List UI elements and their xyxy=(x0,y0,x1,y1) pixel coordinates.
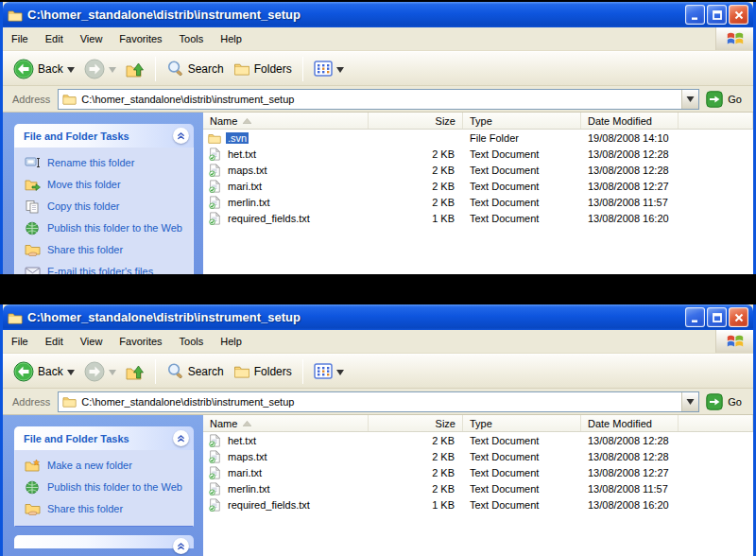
column-header-name[interactable]: Name xyxy=(203,415,369,431)
next-panel-header[interactable] xyxy=(14,535,194,548)
column-header-size[interactable]: Size xyxy=(369,113,463,129)
back-dropdown-icon[interactable] xyxy=(67,365,75,378)
menu-help[interactable]: Help xyxy=(212,27,250,50)
file-row[interactable]: maps.txt 2 KB Text Document 13/08/2008 1… xyxy=(203,162,753,178)
file-row[interactable]: merlin.txt 2 KB Text Document 13/08/2008… xyxy=(203,194,753,210)
tasks-panel-body: Make a new folder Publish this folder to… xyxy=(14,450,194,527)
task-label: Share this folder xyxy=(47,503,123,516)
close-button[interactable] xyxy=(729,5,748,25)
tasks-panel-title: File and Folder Tasks xyxy=(24,433,129,444)
chevron-down-icon xyxy=(686,399,695,405)
task-label: Make a new folder xyxy=(47,460,132,473)
close-button[interactable] xyxy=(729,307,748,327)
minimize-icon xyxy=(690,9,701,21)
task-email-files[interactable]: E-mail this folder's files xyxy=(25,266,187,274)
address-bar: Address C:\homer_standalone\distrib\inst… xyxy=(3,86,753,113)
back-button[interactable]: Back xyxy=(9,57,78,81)
file-row[interactable]: het.txt 2 KB Text Document 13/08/2008 12… xyxy=(203,432,753,448)
column-header-type[interactable]: Type xyxy=(463,415,581,431)
task-copy-folder[interactable]: Copy this folder xyxy=(25,200,187,214)
tasks-panel-header[interactable]: File and Folder Tasks xyxy=(14,426,194,450)
title-bar[interactable]: C:\homer_standalone\distrib\instrument_s… xyxy=(3,304,753,330)
column-header-date[interactable]: Date Modified xyxy=(581,113,679,129)
task-publish-folder[interactable]: Publish this folder to the Web xyxy=(25,222,187,235)
tasks-panel-header[interactable]: File and Folder Tasks xyxy=(14,124,194,148)
task-pane: File and Folder Tasks Make a new folder … xyxy=(3,415,203,556)
file-row[interactable]: required_fields.txt 1 KB Text Document 1… xyxy=(203,210,753,226)
search-button[interactable]: Search xyxy=(163,360,228,382)
menu-edit[interactable]: Edit xyxy=(37,27,72,50)
task-rename-folder[interactable]: Rename this folder xyxy=(25,157,187,170)
minimize-button[interactable] xyxy=(685,5,705,25)
go-button[interactable]: Go xyxy=(699,393,749,410)
task-publish-folder[interactable]: Publish this folder to the Web xyxy=(25,481,187,495)
collapse-button[interactable] xyxy=(173,128,189,144)
maximize-icon xyxy=(712,9,723,21)
text-document-svn-icon xyxy=(208,212,221,225)
forward-button[interactable] xyxy=(80,57,120,81)
back-button[interactable]: Back xyxy=(9,359,78,384)
menu-file[interactable]: File xyxy=(3,330,37,353)
toolbar: Back Search Folders xyxy=(3,51,753,86)
file-row-svn[interactable]: .svn File Folder 19/08/2008 14:10 xyxy=(203,130,753,146)
collapse-button[interactable] xyxy=(173,430,189,446)
address-dropdown-button[interactable] xyxy=(681,392,698,411)
folder-icon xyxy=(8,9,23,22)
menu-edit[interactable]: Edit xyxy=(37,330,72,353)
forward-button[interactable] xyxy=(80,359,120,384)
back-dropdown-icon[interactable] xyxy=(67,62,75,76)
folders-button[interactable]: Folders xyxy=(230,60,296,78)
sort-ascending-icon xyxy=(243,421,251,426)
menu-help[interactable]: Help xyxy=(212,330,250,353)
minimize-icon xyxy=(690,312,701,323)
file-row[interactable]: mari.txt 2 KB Text Document 13/08/2008 1… xyxy=(203,178,753,194)
address-input[interactable]: C:\homer_standalone\distrib\instrument_s… xyxy=(58,391,699,412)
column-header-size[interactable]: Size xyxy=(369,415,463,431)
minimize-button[interactable] xyxy=(685,307,705,327)
menu-view[interactable]: View xyxy=(72,330,112,353)
menu-tools[interactable]: Tools xyxy=(171,330,213,353)
file-row[interactable]: required_fields.txt 1 KB Text Document 1… xyxy=(203,496,753,513)
file-row[interactable]: merlin.txt 2 KB Text Document 13/08/2008… xyxy=(203,480,753,496)
file-row[interactable]: mari.txt 2 KB Text Document 13/08/2008 1… xyxy=(203,464,753,480)
task-share-folder[interactable]: Share this folder xyxy=(25,244,187,257)
folders-button[interactable]: Folders xyxy=(230,362,296,380)
up-button[interactable] xyxy=(122,361,148,382)
views-button[interactable] xyxy=(310,361,348,381)
menu-favorites[interactable]: Favorites xyxy=(111,330,170,353)
views-button[interactable] xyxy=(310,59,348,78)
task-share-folder[interactable]: Share this folder xyxy=(25,503,187,516)
folder-icon xyxy=(62,93,77,105)
search-button[interactable]: Search xyxy=(163,58,228,79)
collapse-button[interactable] xyxy=(173,538,189,554)
search-label: Search xyxy=(188,62,224,76)
views-dropdown-icon[interactable] xyxy=(336,62,344,76)
maximize-button[interactable] xyxy=(707,5,727,25)
menu-file[interactable]: File xyxy=(3,27,37,50)
menu-tools[interactable]: Tools xyxy=(171,27,213,50)
views-icon xyxy=(314,363,333,379)
menu-view[interactable]: View xyxy=(72,27,112,50)
task-move-folder[interactable]: Move this folder xyxy=(25,179,187,192)
views-dropdown-icon[interactable] xyxy=(336,365,344,378)
chevron-up-icon xyxy=(177,434,185,443)
go-label: Go xyxy=(728,396,742,408)
go-button[interactable]: Go xyxy=(699,91,749,108)
title-bar[interactable]: C:\homer_standalone\distrib\instrument_s… xyxy=(3,2,753,27)
address-input[interactable]: C:\homer_standalone\distrib\instrument_s… xyxy=(58,89,699,110)
menu-favorites[interactable]: Favorites xyxy=(111,27,170,50)
file-row[interactable]: het.txt 2 KB Text Document 13/08/2008 12… xyxy=(203,146,753,162)
forward-dropdown-icon[interactable] xyxy=(109,62,116,76)
column-header-name[interactable]: Name xyxy=(203,113,369,129)
forward-dropdown-icon[interactable] xyxy=(109,365,116,378)
explorer-window-top: C:\homer_standalone\distrib\instrument_s… xyxy=(0,2,756,274)
column-header-type[interactable]: Type xyxy=(463,113,581,129)
task-make-new-folder[interactable]: Make a new folder xyxy=(25,460,187,473)
task-label: E-mail this folder's files xyxy=(47,266,153,274)
column-header-date[interactable]: Date Modified xyxy=(581,415,679,431)
file-list: Name Size Type Date Modified .svn File F… xyxy=(203,113,753,274)
maximize-button[interactable] xyxy=(707,307,727,327)
up-button[interactable] xyxy=(122,59,148,79)
file-row[interactable]: maps.txt 2 KB Text Document 13/08/2008 1… xyxy=(203,448,753,464)
address-dropdown-button[interactable] xyxy=(681,90,698,109)
